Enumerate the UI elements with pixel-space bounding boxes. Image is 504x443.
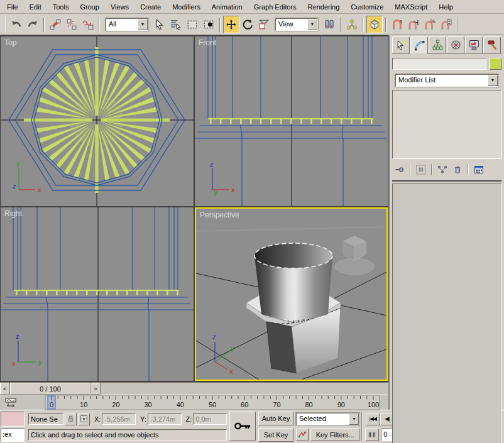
menu-bar: FileEditToolsGroupViewsCreateModifiersAn…: [0, 0, 504, 14]
axis-x-label: x: [38, 186, 41, 194]
track-bar-ruler[interactable]: 0102030405060708090100: [21, 395, 386, 410]
key-mode-dropdown[interactable]: Selected ▼: [296, 413, 359, 425]
rectangular-selection-region-icon[interactable]: [184, 16, 200, 33]
reference-coordinate-system-dropdown[interactable]: View▼: [275, 18, 318, 31]
spinner-snap-toggle-icon[interactable]: [438, 16, 454, 33]
auto-key-button[interactable]: Auto Key: [258, 412, 293, 425]
menu-item-modifiers[interactable]: Modifiers: [167, 1, 206, 13]
make-unique-button[interactable]: [435, 163, 450, 177]
select-by-name-icon[interactable]: [168, 16, 184, 33]
configure-modifier-sets-button[interactable]: [471, 163, 486, 177]
snap-toggle-3d-icon[interactable]: 3: [389, 16, 405, 33]
unlink-selection-icon[interactable]: [63, 16, 80, 33]
viewport-front[interactable]: z y x Front: [195, 36, 388, 206]
key-filters-button[interactable]: Key Filters...: [310, 429, 359, 441]
modifier-stack-list[interactable]: [392, 90, 501, 159]
selection-lock-toggle[interactable]: [65, 413, 77, 425]
tab-modify[interactable]: [410, 36, 428, 54]
maxscript-listener-field[interactable]: :ex: [1, 429, 25, 442]
chevron-down-icon[interactable]: ▼: [349, 413, 359, 425]
snaps-toggle-icon[interactable]: [366, 16, 383, 33]
select-and-link-icon[interactable]: [47, 16, 63, 33]
time-slider-prev-button[interactable]: <: [0, 383, 10, 395]
percent-snap-toggle-icon[interactable]: %: [422, 16, 438, 33]
viewport-right[interactable]: z y x Right: [1, 207, 194, 381]
menu-item-rendering[interactable]: Rendering: [302, 1, 346, 13]
y-coordinate-label: Y:: [140, 415, 146, 423]
menu-item-maxscript[interactable]: MAXScript: [389, 1, 433, 13]
modifier-list-dropdown[interactable]: Modifier List ▼: [395, 74, 498, 87]
set-key-button[interactable]: Set Key: [258, 428, 293, 442]
track-bar-frame-handle[interactable]: [48, 396, 55, 409]
main-area: y x z Top: [0, 35, 504, 410]
open-mini-curve-editor-button[interactable]: [0, 396, 21, 410]
key-mode-toggle-button[interactable]: [365, 429, 379, 441]
time-slider-handle[interactable]: 0 / 100: [10, 383, 90, 395]
stack-toolbar-separator: [410, 164, 411, 175]
reference-coordinate-system-dropdown-value: View: [276, 19, 307, 30]
show-end-result-button[interactable]: [414, 163, 429, 177]
select-and-scale-icon[interactable]: [256, 16, 272, 33]
menu-item-group[interactable]: Group: [74, 1, 105, 13]
svg-text:70: 70: [273, 401, 280, 408]
set-keys-button[interactable]: [229, 412, 256, 440]
absolute-mode-transform-toggle[interactable]: [78, 413, 90, 425]
chevron-down-icon[interactable]: ▼: [307, 19, 317, 30]
go-to-start-button[interactable]: |◀◀: [366, 413, 380, 425]
pin-stack-button[interactable]: [392, 163, 407, 177]
use-pivot-point-center-icon[interactable]: [321, 16, 337, 33]
default-in-out-tangents-button[interactable]: [296, 429, 309, 441]
object-color-swatch[interactable]: [490, 58, 501, 70]
macro-recorder-field[interactable]: [1, 412, 25, 427]
select-object-icon[interactable]: [151, 16, 168, 33]
object-name-field[interactable]: [392, 58, 486, 70]
window-crossing-icon[interactable]: [200, 16, 217, 33]
z-coordinate-field[interactable]: 0,0m: [193, 413, 227, 425]
toolbar-grip[interactable]: [2, 16, 6, 33]
viewport-perspective[interactable]: z y x Perspective: [195, 207, 388, 381]
redo-icon[interactable]: [25, 16, 41, 33]
tab-create[interactable]: [392, 36, 410, 53]
menu-item-tools[interactable]: Tools: [47, 1, 75, 13]
select-and-move-icon[interactable]: [223, 16, 239, 33]
x-coordinate-label: X:: [94, 415, 101, 423]
time-slider-track[interactable]: [101, 383, 388, 395]
menu-item-file[interactable]: File: [1, 1, 24, 13]
chevron-down-icon[interactable]: ▼: [138, 19, 148, 30]
tab-utilities[interactable]: [483, 36, 501, 53]
svg-text:x: x: [12, 359, 16, 367]
tab-hierarchy[interactable]: [429, 36, 446, 53]
menu-item-customize[interactable]: Customize: [345, 1, 389, 13]
menu-item-edit[interactable]: Edit: [24, 1, 47, 13]
remove-modifier-button[interactable]: [450, 163, 465, 177]
menu-item-help[interactable]: Help: [433, 1, 459, 13]
menu-item-graph-editors[interactable]: Graph Editors: [248, 1, 302, 13]
svg-text:z: z: [16, 332, 19, 340]
svg-text:40: 40: [177, 401, 184, 408]
chevron-down-icon[interactable]: ▼: [488, 75, 498, 86]
menu-item-create[interactable]: Create: [134, 1, 167, 13]
angle-snap-toggle-icon[interactable]: [405, 16, 422, 33]
menu-item-animation[interactable]: Animation: [206, 1, 248, 13]
svg-text:100: 100: [368, 401, 379, 408]
track-bar: 0102030405060708090100: [0, 395, 388, 410]
bind-to-space-warp-icon[interactable]: [80, 16, 96, 33]
svg-text:20: 20: [112, 401, 119, 408]
svg-text:x: x: [229, 368, 233, 375]
z-coordinate-label: Z:: [186, 415, 192, 423]
menu-item-views[interactable]: Views: [105, 1, 134, 13]
x-coordinate-field[interactable]: -5,256m: [102, 413, 136, 425]
tab-display[interactable]: [465, 36, 483, 53]
modifier-stack-toolbar: [392, 161, 501, 178]
prompt-line: Click and drag to select and move object…: [28, 429, 227, 440]
select-and-rotate-icon[interactable]: [239, 16, 256, 33]
undo-icon[interactable]: [8, 16, 25, 33]
key-icon: [234, 420, 251, 432]
time-slider-next-button[interactable]: >: [90, 383, 101, 395]
viewport-top[interactable]: y x z Top: [1, 36, 194, 206]
toolbar-separator: [43, 17, 45, 32]
tab-motion[interactable]: [447, 36, 464, 53]
select-and-manipulate-icon[interactable]: [344, 16, 360, 33]
y-coordinate-field[interactable]: -3,274m: [148, 413, 182, 425]
selection-filter-dropdown[interactable]: All▼: [106, 18, 148, 31]
